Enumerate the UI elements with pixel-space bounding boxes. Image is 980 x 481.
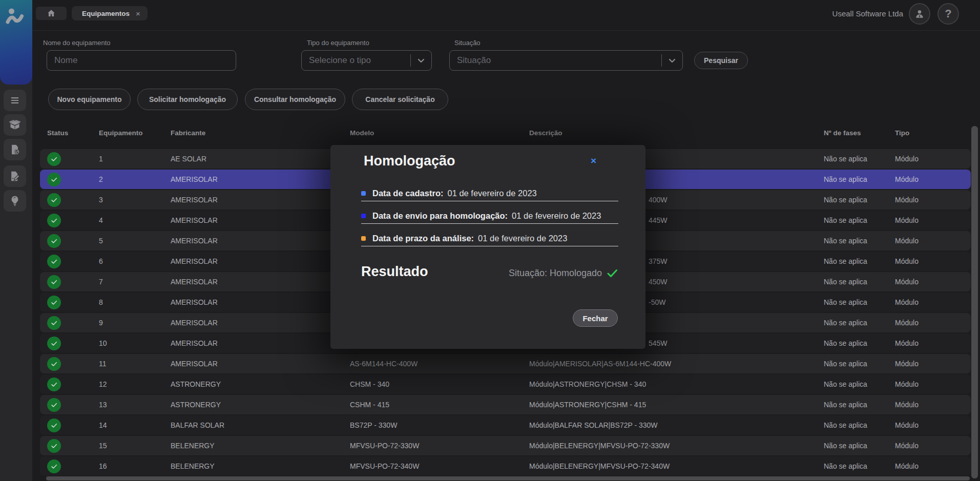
- cell-num-fases: Não se aplica: [824, 436, 867, 455]
- cell-tipo: Módulo: [895, 252, 919, 271]
- modal-title: Homologação: [364, 153, 455, 169]
- field-value: 01 de fevereiro de 2023: [447, 189, 536, 198]
- file-check-icon: [9, 144, 20, 155]
- tipo-select[interactable]: Selecione o tipo: [301, 50, 432, 71]
- situacao-label: Situação: [454, 39, 481, 47]
- hamburger-menu-icon: [9, 95, 20, 106]
- cancelar-solicitacao-button[interactable]: Cancelar solicitação: [352, 89, 448, 110]
- cell-tipo: Módulo: [895, 374, 919, 394]
- cell-fabricante: AMERISOLAR: [171, 354, 218, 373]
- cell-descricao: Módulo|ASTRONERGY|CHSM - 340: [529, 374, 646, 394]
- field-data-prazo: Data de prazo da análise: 01 de fevereir…: [361, 231, 618, 246]
- cell-num-fases: Não se aplica: [824, 231, 867, 250]
- cell-tipo: Módulo: [895, 149, 919, 169]
- table-row[interactable]: 14 BALFAR SOLAR BS72P - 330W Módulo|BALF…: [40, 415, 971, 435]
- horizontal-scrollbar-thumb[interactable]: [46, 476, 970, 480]
- sidebar-document-check-button[interactable]: [4, 139, 26, 160]
- help-button[interactable]: ?: [937, 3, 959, 25]
- cell-fabricante: AMERISOLAR: [171, 231, 218, 250]
- cell-tipo: Módulo: [895, 170, 919, 189]
- table-row[interactable]: 15 BELENERGY MFVSU-PO-72-330W Módulo|BEL…: [40, 436, 971, 455]
- cell-num-fases: Não se aplica: [824, 313, 867, 332]
- cell-num-fases: Não se aplica: [824, 333, 867, 353]
- cell-fabricante: BELENERGY: [171, 456, 215, 476]
- solicitar-homologacao-button[interactable]: Solicitar homologação: [137, 89, 238, 110]
- cell-descricao-fragment: 545W: [649, 333, 668, 353]
- status-ok-icon: [47, 398, 61, 412]
- status-ok-icon: [47, 275, 61, 289]
- home-button[interactable]: [36, 7, 67, 20]
- nome-input[interactable]: [47, 50, 236, 71]
- cell-tipo: Módulo: [895, 333, 919, 353]
- cell-equipamento-num: 9: [99, 313, 103, 332]
- table-row[interactable]: 16 BELENERGY MFVSU-PO-72-340W Módulo|BEL…: [40, 456, 971, 476]
- status-ok-icon: [47, 173, 61, 186]
- cell-equipamento-num: 7: [99, 272, 103, 291]
- cell-tipo: Módulo: [895, 456, 919, 476]
- cell-equipamento-num: 8: [99, 292, 103, 312]
- sidebar-menu-button[interactable]: [4, 90, 26, 111]
- sidebar-document-edit-button[interactable]: [4, 165, 26, 187]
- cell-fabricante: BALFAR SOLAR: [171, 415, 224, 435]
- check-green-icon: [606, 267, 618, 279]
- cell-descricao: Módulo|ASTRONERGY|CSHM - 415: [529, 395, 646, 414]
- sidebar-ideas-button[interactable]: [4, 190, 26, 212]
- chevron-down-icon[interactable]: [411, 58, 431, 63]
- table-row[interactable]: 13 ASTRONERGY CSHM - 415 Módulo|ASTRONER…: [40, 395, 971, 414]
- cell-equipamento-num: 14: [99, 415, 107, 435]
- status-ok-icon: [47, 316, 61, 330]
- status-ok-icon: [47, 296, 61, 309]
- novo-equipamento-button[interactable]: Novo equipamento: [48, 89, 131, 110]
- cell-equipamento-num: 16: [99, 456, 107, 476]
- tab-equipamentos[interactable]: Equipamentos ×: [72, 6, 148, 20]
- tab-label: Equipamentos: [82, 10, 130, 17]
- cell-modelo: MFVSU-PO-72-340W: [350, 456, 419, 476]
- status-ok-icon: [47, 337, 61, 350]
- cell-num-fases: Não se aplica: [824, 456, 867, 476]
- vertical-scrollbar-thumb[interactable]: [971, 126, 978, 478]
- cell-num-fases: Não se aplica: [824, 272, 867, 291]
- header-fabricante: Fabricante: [171, 129, 205, 137]
- cell-tipo: Módulo: [895, 313, 919, 332]
- sidebar-products-button[interactable]: [4, 114, 26, 136]
- cell-modelo: BS72P - 330W: [350, 415, 397, 435]
- header-descricao: Descrição: [529, 129, 562, 137]
- cell-num-fases: Não se aplica: [824, 415, 867, 435]
- cell-descricao: Módulo|BELENERGY|MFVSU-PO-72-340W: [529, 456, 670, 476]
- cell-equipamento-num: 1: [99, 149, 103, 169]
- cell-equipamento-num: 13: [99, 395, 107, 414]
- cell-fabricante: AMERISOLAR: [171, 211, 218, 230]
- situacao-select[interactable]: Situação: [449, 50, 683, 71]
- nome-label: Nome do equipamento: [43, 39, 111, 47]
- fechar-button[interactable]: Fechar: [573, 309, 618, 327]
- cell-tipo: Módulo: [895, 436, 919, 455]
- field-data-envio: Data de envio para homologação: 01 de fe…: [361, 208, 618, 224]
- status-ok-icon: [47, 255, 61, 268]
- cell-descricao: Módulo|BELENERGY|MFVSU-PO-72-330W: [529, 436, 670, 455]
- table-row[interactable]: 12 ASTRONERGY CHSM - 340 Módulo|ASTRONER…: [40, 374, 971, 394]
- table-row[interactable]: 11 AMERISOLAR AS-6M144-HC-400W Módulo|AM…: [40, 354, 971, 373]
- consultar-homologacao-button[interactable]: Consultar homologação: [245, 89, 345, 110]
- top-bar: Equipamentos × Useall Software Ltda ?: [0, 0, 980, 31]
- cell-fabricante: AMERISOLAR: [171, 190, 218, 210]
- cell-fabricante: AE SOLAR: [171, 149, 206, 169]
- cell-equipamento-num: 4: [99, 211, 103, 230]
- field-label: Data de envio para homologação:: [372, 211, 508, 221]
- field-label: Data de cadastro:: [372, 189, 443, 198]
- result-title: Resultado: [361, 264, 428, 280]
- chevron-down-icon[interactable]: [662, 58, 682, 63]
- cell-equipamento-num: 12: [99, 374, 107, 394]
- modal-close-icon[interactable]: ×: [591, 155, 596, 166]
- cell-tipo: Módulo: [895, 272, 919, 291]
- cell-tipo: Módulo: [895, 415, 919, 435]
- status-ok-icon: [47, 193, 61, 207]
- status-ok-icon: [47, 357, 61, 371]
- cell-fabricante: AMERISOLAR: [171, 333, 218, 353]
- user-icon: [914, 8, 925, 19]
- header-num-fases: Nº de fases: [824, 129, 861, 137]
- tab-close-icon[interactable]: ×: [136, 10, 140, 17]
- cell-descricao-fragment: 400W: [649, 190, 668, 210]
- cell-num-fases: Não se aplica: [824, 211, 867, 230]
- pesquisar-button[interactable]: Pesquisar: [694, 52, 748, 69]
- user-menu-button[interactable]: [909, 3, 930, 25]
